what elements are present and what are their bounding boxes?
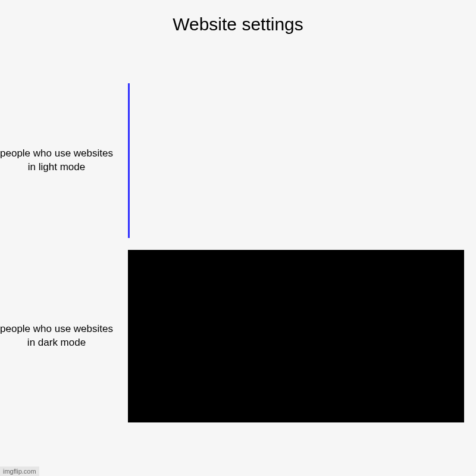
bar-track	[128, 83, 464, 238]
category-label: people who use websites in dark mode	[0, 322, 128, 350]
chart-title: Website settings	[0, 0, 476, 35]
category-label: people who use websites in light mode	[0, 147, 128, 174]
bar-row: people who use websites in light mode	[0, 83, 464, 238]
watermark: imgflip.com	[0, 466, 39, 476]
chart-plot-area: people who use websites in light mode pe…	[0, 65, 476, 452]
bar-track	[128, 250, 464, 422]
bar-dark-mode	[128, 250, 464, 422]
bar-row: people who use websites in dark mode	[0, 250, 464, 422]
bar-light-mode	[128, 83, 130, 238]
